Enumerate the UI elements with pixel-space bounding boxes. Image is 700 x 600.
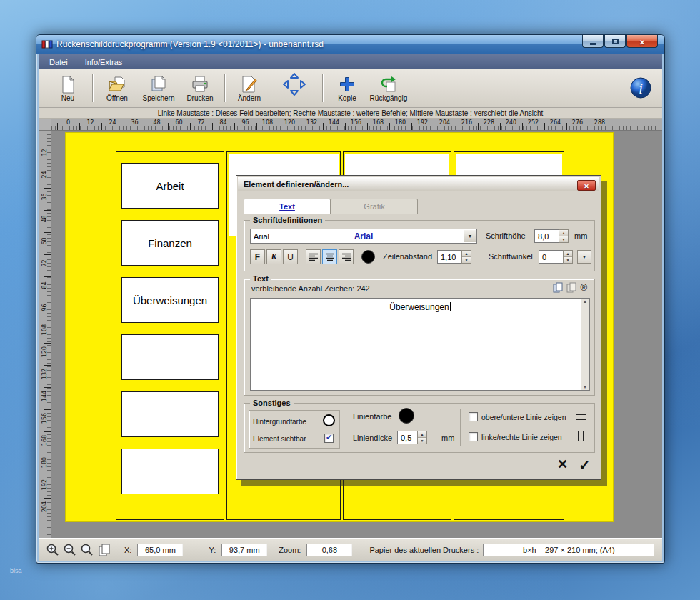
font-family-select[interactable]: Arial Arial [250,229,477,244]
align-left-icon [309,253,319,261]
font-size-label: Schrifthöhe [486,231,526,240]
ruler-tick: 192 [411,119,434,130]
vlines-label: linke/rechte Linie zeigen [481,433,562,441]
font-angle-label: Schriftwinkel [489,252,533,261]
copy-icon[interactable] [553,282,564,293]
dialog-ok-button[interactable]: ✓ [579,456,591,474]
menu-item-datei[interactable]: Datei [49,58,68,66]
zoom-out-icon[interactable] [63,543,77,557]
window-title: Rückenschilddruckprogramm (Version 1.9 <… [56,39,324,49]
divider [460,409,461,446]
line-spacing-spinner[interactable]: 1,10 [437,250,471,264]
ruler-tick: 60 [168,119,190,130]
chevron-down-icon [582,254,587,259]
ruler-tick: 48 [146,119,168,130]
info-button[interactable]: i [629,76,652,99]
element-dialog: Element definieren/ändern... Text Grafik… [236,175,601,480]
ruler-tick: 192 [39,476,51,498]
edit-button[interactable]: Ändern [229,69,270,107]
spin-up-icon[interactable] [559,230,568,236]
align-left-button[interactable] [306,249,321,264]
align-center-button[interactable] [322,249,337,264]
underline-button[interactable]: U [283,249,298,264]
paper-label: Papier des aktuellen Druckers : [369,546,479,554]
text-input-area[interactable]: Überweisungen [250,298,590,391]
vlines-checkbox[interactable] [469,432,478,441]
chevron-down-icon[interactable] [464,230,476,242]
ruler-tick: 132 [39,365,51,387]
font-color-picker[interactable] [361,250,375,264]
window-close-button[interactable] [626,35,658,48]
printer-icon [191,75,209,94]
ruler-tick: 108 [256,119,279,130]
italic-button[interactable]: K [266,249,281,264]
font-size-spinner[interactable]: 8,0 [534,229,569,243]
element-visible-checkbox[interactable] [324,434,334,443]
undo-button[interactable]: Rückgängig [368,69,409,107]
new-button[interactable]: Neu [47,69,89,107]
label-box[interactable] [121,449,219,494]
page-preview-icon[interactable] [97,543,111,557]
spin-up-icon[interactable] [462,251,471,257]
save-button[interactable]: Speichern [138,69,179,107]
label-box[interactable]: Überweisungen [121,277,219,323]
toolbar: Neu Öffnen Speichern Drucken [39,69,662,108]
print-button[interactable]: Drucken [179,69,221,107]
scrollbar[interactable] [581,299,589,390]
edit-pencil-icon [240,75,259,94]
spin-up-icon[interactable] [564,251,572,257]
label-box[interactable]: Finanzen [121,220,219,266]
ruler-tick: 180 [389,119,411,130]
ruler-tick: 60 [39,232,51,254]
open-button[interactable]: Öffnen [96,69,138,107]
copy-button[interactable]: Kopie [326,69,368,107]
ruler-tick: 48 [39,210,51,232]
y-position-field: 93,7 mm [221,544,267,556]
maximize-button[interactable] [604,35,626,48]
ruler-tick: 24 [39,166,51,188]
tab-grafik[interactable]: Grafik [331,199,418,214]
ruler-tick: 12 [79,119,101,130]
ruler-tick: 168 [39,431,51,454]
angle-dropdown-button[interactable] [577,250,591,264]
registered-symbol[interactable]: ® [580,282,587,293]
tab-text[interactable]: Text [244,199,331,214]
zoom-reset-icon[interactable] [80,543,94,557]
label-text: Finanzen [148,237,192,249]
ruler-tick: 12 [39,144,51,166]
label-box[interactable] [121,391,219,437]
dialog-close-button[interactable] [577,180,596,191]
ruler-tick: 240 [500,119,522,130]
minimize-button[interactable] [582,35,604,48]
ruler-tick: 120 [279,119,301,130]
line-width-spinner[interactable]: 0,5 [397,431,427,444]
dialog-cancel-button[interactable]: ✕ [557,456,568,472]
zoom-in-icon[interactable] [46,543,60,557]
font-angle-spinner[interactable]: 0 [539,250,573,264]
label-box[interactable] [121,334,219,380]
text-content: Überweisungen [389,302,449,312]
spin-down-icon[interactable] [559,236,568,242]
x-position-label: X: [124,546,131,554]
spin-down-icon[interactable] [564,257,572,263]
move-view-button[interactable] [270,69,319,107]
window-titlebar[interactable]: Rückenschilddruckprogramm (Version 1.9 <… [36,35,664,54]
line-color-label: Linienfarbe [353,412,391,421]
bold-button[interactable]: F [250,249,265,264]
ruler-tick: 36 [124,119,146,130]
horizontal-lines-icon [576,414,586,420]
zoom-label: Zoom: [279,546,301,554]
spin-down-icon[interactable] [418,438,426,444]
dialog-titlebar[interactable]: Element definieren/ändern... [238,177,599,191]
paste-icon[interactable] [566,282,577,293]
minimize-icon [590,43,596,45]
line-color-picker[interactable] [399,408,414,424]
hlines-checkbox[interactable] [469,412,478,421]
spin-up-icon[interactable] [418,431,426,438]
menu-item-info-extras[interactable]: Info/Extras [85,58,123,66]
bg-color-picker[interactable] [323,414,335,426]
label-box[interactable]: Arbeit [121,163,219,209]
spin-down-icon[interactable] [462,257,471,263]
align-right-button[interactable] [339,249,354,264]
window-controls [581,35,658,48]
